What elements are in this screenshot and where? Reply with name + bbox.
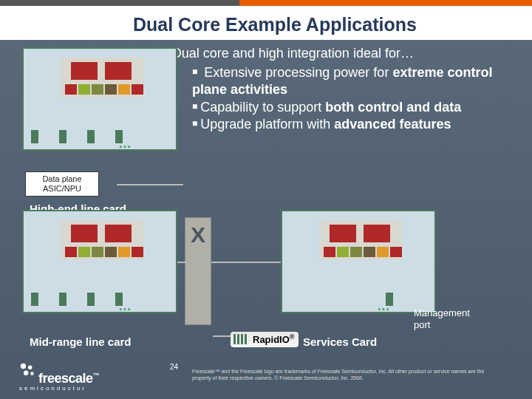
svg-point-3 <box>30 372 34 375</box>
port-icon <box>87 130 95 143</box>
lead-text: Dual core and high integration ideal for… <box>172 46 414 61</box>
title-area: Dual Core Example Applications <box>0 7 532 40</box>
bullet-item: ■Upgrade platform with advanced features <box>192 116 517 133</box>
connector-line <box>213 335 231 337</box>
legal-text: Freescale™ and the Freescale logo are tr… <box>192 369 502 381</box>
core-block <box>105 62 132 80</box>
freescale-logo: freescale™ semiconductor <box>19 371 99 392</box>
port-icon <box>31 130 38 143</box>
switch-x-label: X <box>191 222 205 247</box>
bullet-item: ■ Extensive processing power for extreme… <box>192 64 517 99</box>
square-bullet-icon: ■ <box>192 101 197 112</box>
core-block <box>71 225 98 242</box>
io-row <box>324 247 402 257</box>
lead-line: • Dual core and high integration ideal f… <box>163 46 517 61</box>
connector-line <box>177 262 186 263</box>
dual-core-chip <box>319 220 402 260</box>
port-icon <box>87 293 95 306</box>
services-card <box>281 210 436 313</box>
port-icon <box>59 130 66 143</box>
ellipsis-icon: … <box>118 299 130 314</box>
brand-name: freescale <box>38 371 93 386</box>
content: • Dual core and high integration ideal f… <box>0 40 532 134</box>
dual-core-chip <box>61 220 143 260</box>
port-icon <box>31 293 38 306</box>
core-block <box>330 225 356 242</box>
dual-core-chip <box>61 58 143 98</box>
bullet-item: ■Capability to support both control and … <box>192 99 517 116</box>
square-bullet-icon: ■ <box>192 118 197 129</box>
core-block <box>71 62 98 80</box>
ellipsis-icon: … <box>377 299 389 314</box>
page-number: 24 <box>170 363 178 371</box>
midrange-card <box>22 210 177 313</box>
connector-line <box>211 262 281 263</box>
card-label-midrange: Mid-range line card <box>30 335 132 348</box>
mgmt-port-label: Management port <box>414 307 470 330</box>
core-block <box>105 225 132 242</box>
top-stripe <box>0 0 532 6</box>
svg-point-1 <box>28 366 32 370</box>
asic-label: Data plane ASIC/NPU <box>25 171 99 197</box>
svg-point-0 <box>21 364 26 369</box>
port-row <box>31 293 123 306</box>
connector-line <box>117 184 183 185</box>
bullet-list: ■ Extensive processing power for extreme… <box>192 64 517 134</box>
rapidio-badge: RapidIO® <box>231 332 299 347</box>
brand-sub: semiconductor <box>19 385 99 392</box>
square-bullet-icon: ■ <box>192 66 197 77</box>
port-row <box>31 130 123 143</box>
io-row <box>65 84 143 95</box>
core-block <box>364 225 390 242</box>
ellipsis-icon: … <box>118 136 130 151</box>
page-title: Dual Core Example Applications <box>133 14 517 35</box>
card-label-services: Services Card <box>303 335 377 348</box>
svg-point-2 <box>24 370 28 375</box>
port-icon <box>59 293 66 306</box>
switch-fabric: X <box>185 217 211 325</box>
logo-icon <box>19 362 35 378</box>
io-row <box>65 247 143 257</box>
highend-card <box>22 47 177 151</box>
